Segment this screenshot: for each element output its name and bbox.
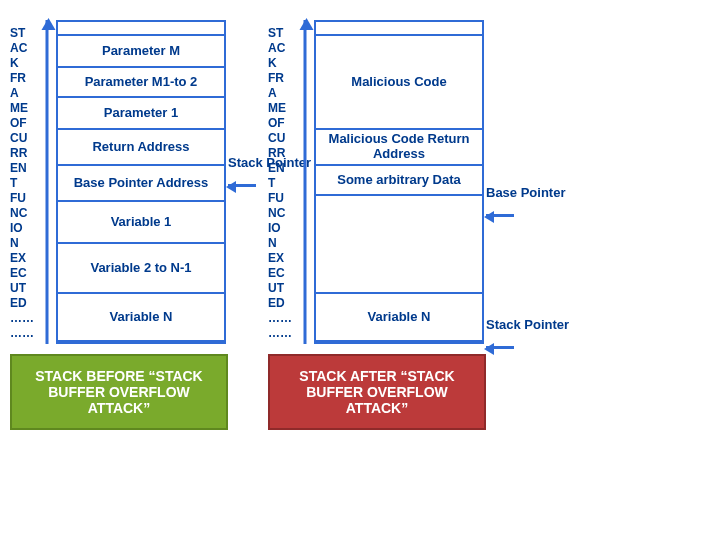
stack-cell: Return Address xyxy=(58,130,224,166)
pointer-label: Base Pointer xyxy=(486,186,565,200)
pointer: Stack Pointer xyxy=(486,318,569,349)
stack-cell: Malicious Code Return Address xyxy=(316,130,482,166)
stack-cell: Malicious Code xyxy=(316,36,482,130)
stack-cell: Some arbitrary Data xyxy=(316,166,482,196)
stack-area-before: ST AC K FR A ME OF CU RR EN T FU NC IO N… xyxy=(10,20,226,344)
stack-area-after: ST AC K FR A ME OF CU RR EN T FU NC IO N… xyxy=(268,20,484,344)
panel-before: ST AC K FR A ME OF CU RR EN T FU NC IO N… xyxy=(10,20,228,430)
caption-before: STACK BEFORE “STACK BUFFER OVERFLOW ATTA… xyxy=(10,354,228,430)
stack-cell: Parameter M xyxy=(58,36,224,68)
side-label-before: ST AC K FR A ME OF CU RR EN T FU NC IO N… xyxy=(10,20,38,344)
arrow-left-icon xyxy=(486,214,514,217)
stack-cell: Variable 1 xyxy=(58,202,224,244)
arrow-up-icon xyxy=(304,20,307,344)
grow-arrow-before xyxy=(38,20,56,344)
arrow-left-icon xyxy=(228,184,256,187)
arrow-left-icon xyxy=(486,346,514,349)
pointer: Base Pointer xyxy=(486,186,565,217)
pointer-label: Stack Pointer xyxy=(486,318,569,332)
stack-cell: Variable N xyxy=(316,294,482,342)
stack-cell: Variable 2 to N-1 xyxy=(58,244,224,294)
side-label-after: ST AC K FR A ME OF CU RR EN T FU NC IO N… xyxy=(268,20,296,344)
stack-cell xyxy=(316,22,482,36)
stack-box-before: Parameter MParameter M1-to 2Parameter 1R… xyxy=(56,20,226,344)
stack-cell: Variable N xyxy=(58,294,224,342)
stack-box-after: Malicious CodeMalicious Code Return Addr… xyxy=(314,20,484,344)
grow-arrow-after xyxy=(296,20,314,344)
panel-after: ST AC K FR A ME OF CU RR EN T FU NC IO N… xyxy=(268,20,486,430)
caption-after: STACK AFTER “STACK BUFFER OVERFLOW ATTAC… xyxy=(268,354,486,430)
stack-cell: Base Pointer Address xyxy=(58,166,224,202)
diagram-root: ST AC K FR A ME OF CU RR EN T FU NC IO N… xyxy=(10,20,698,430)
stack-cell xyxy=(58,22,224,36)
stack-cell: Parameter 1 xyxy=(58,98,224,130)
stack-cell: Parameter M1-to 2 xyxy=(58,68,224,98)
stack-cell xyxy=(316,196,482,294)
arrow-up-icon xyxy=(46,20,49,344)
